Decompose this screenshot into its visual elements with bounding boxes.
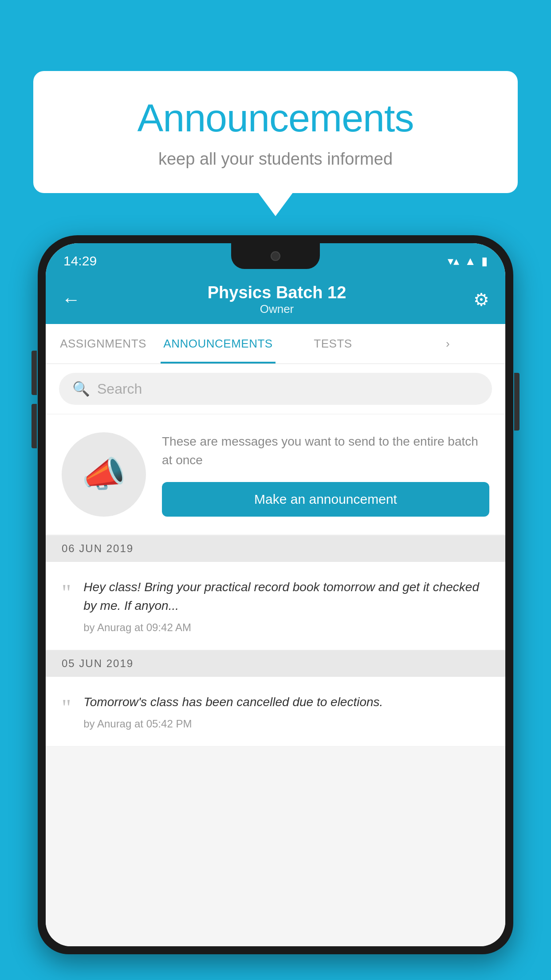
announcement-text-1: Hey class! Bring your practical record b…: [83, 578, 489, 634]
announcement-text-2: Tomorrow's class has been cancelled due …: [83, 693, 489, 730]
make-announcement-button[interactable]: Make an announcement: [162, 482, 489, 517]
app-bar-subtitle: Owner: [208, 302, 346, 316]
tab-assignments[interactable]: ASSIGNMENTS: [46, 324, 161, 364]
search-box[interactable]: 🔍 Search: [59, 373, 492, 405]
battery-icon: ▮: [481, 254, 488, 268]
tab-more[interactable]: ›: [390, 324, 505, 364]
phone-wrapper: 14:29 ▾▴ ▲ ▮ ← Physics Batch 12 Owner ⚙: [38, 235, 513, 980]
intro-card: 📣 These are messages you want to send to…: [46, 415, 505, 534]
tabs-container: ASSIGNMENTS ANNOUNCEMENTS TESTS ›: [46, 324, 505, 364]
announcement-item-2[interactable]: " Tomorrow's class has been cancelled du…: [46, 677, 505, 747]
search-icon: 🔍: [72, 380, 90, 397]
app-bar: ← Physics Batch 12 Owner ⚙: [46, 275, 505, 324]
camera-dot: [271, 251, 280, 261]
settings-icon[interactable]: ⚙: [473, 289, 489, 310]
wifi-icon: ▾▴: [448, 254, 459, 268]
status-icons: ▾▴ ▲ ▮: [448, 254, 488, 268]
phone-outer: 14:29 ▾▴ ▲ ▮ ← Physics Batch 12 Owner ⚙: [38, 235, 513, 954]
megaphone-icon: 📣: [82, 454, 126, 495]
announcement-meta-1: by Anurag at 09:42 AM: [83, 621, 489, 634]
intro-content: These are messages you want to send to t…: [162, 432, 489, 517]
search-input[interactable]: Search: [97, 381, 142, 397]
power-button: [514, 373, 520, 431]
intro-description: These are messages you want to send to t…: [162, 432, 489, 470]
megaphone-circle: 📣: [62, 432, 146, 517]
announcement-item-1[interactable]: " Hey class! Bring your practical record…: [46, 562, 505, 650]
announcement-message-1: Hey class! Bring your practical record b…: [83, 578, 489, 615]
status-time: 14:29: [63, 253, 97, 269]
phone-notch: [231, 243, 320, 269]
bubble-title: Announcements: [60, 95, 491, 141]
app-bar-title: Physics Batch 12: [208, 283, 346, 302]
announcement-message-2: Tomorrow's class has been cancelled due …: [83, 693, 489, 711]
tab-announcements[interactable]: ANNOUNCEMENTS: [161, 324, 276, 364]
signal-icon: ▲: [464, 254, 476, 268]
announcement-meta-2: by Anurag at 05:42 PM: [83, 718, 489, 730]
date-divider-1: 06 JUN 2019: [46, 535, 505, 562]
app-bar-title-group: Physics Batch 12 Owner: [208, 283, 346, 316]
content-area: 🔍 Search 📣 These are messages you want t…: [46, 364, 505, 946]
search-container: 🔍 Search: [46, 364, 505, 414]
quote-icon-1: ": [62, 581, 71, 605]
bubble-subtitle: keep all your students informed: [60, 150, 491, 169]
phone-screen: 14:29 ▾▴ ▲ ▮ ← Physics Batch 12 Owner ⚙: [46, 243, 505, 946]
tab-tests[interactable]: TESTS: [276, 324, 390, 364]
quote-icon-2: ": [62, 696, 71, 719]
speech-bubble: Announcements keep all your students inf…: [33, 71, 518, 193]
date-divider-2: 05 JUN 2019: [46, 650, 505, 677]
volume-up-button: [31, 351, 37, 395]
volume-down-button: [31, 404, 37, 448]
back-button[interactable]: ←: [62, 289, 80, 310]
speech-bubble-section: Announcements keep all your students inf…: [33, 71, 518, 193]
